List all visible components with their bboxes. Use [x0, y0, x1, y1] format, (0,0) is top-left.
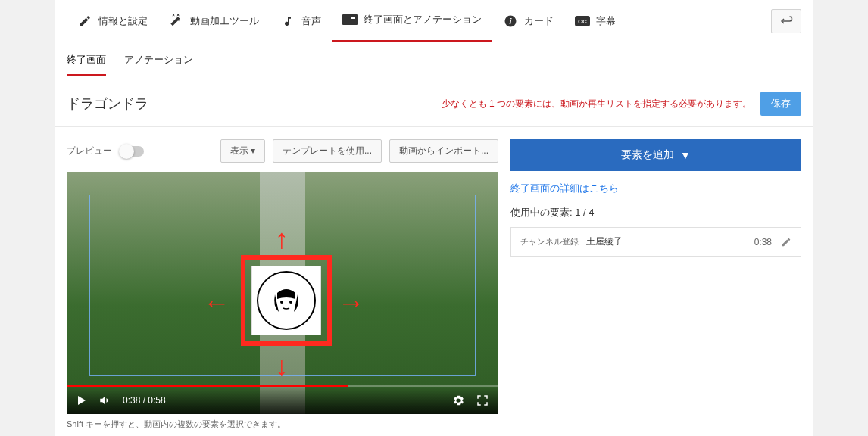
- wand-icon: [169, 14, 184, 29]
- channel-avatar: [257, 271, 316, 330]
- edit-pencil-icon[interactable]: [781, 237, 792, 248]
- video-controls: 0:38 / 0:58: [67, 387, 498, 414]
- tab-subtitles[interactable]: CC 字幕: [564, 0, 626, 42]
- svg-text:CC: CC: [578, 18, 587, 25]
- volume-icon[interactable]: [98, 394, 112, 407]
- endscreen-icon: [342, 12, 358, 27]
- svg-rect-1: [351, 17, 355, 19]
- tab-info[interactable]: 情報と設定: [67, 0, 158, 42]
- details-link[interactable]: 終了画面の詳細はこちら: [510, 182, 801, 195]
- tab-cards[interactable]: i カード: [492, 0, 564, 42]
- import-button[interactable]: 動画からインポート...: [389, 139, 498, 163]
- play-icon[interactable]: [76, 394, 88, 406]
- element-name: 土屋綾子: [586, 235, 754, 248]
- caret-down-icon: ▼: [680, 149, 691, 161]
- save-button[interactable]: 保存: [760, 92, 801, 116]
- back-button[interactable]: [771, 9, 801, 33]
- tab-cards-label: カード: [524, 14, 554, 28]
- svg-point-7: [280, 301, 283, 304]
- preview-toggle[interactable]: [120, 146, 144, 157]
- settings-gear-icon[interactable]: [451, 394, 465, 407]
- music-note-icon: [280, 14, 295, 29]
- add-element-label: 要素を追加: [621, 148, 674, 162]
- sub-tab-endscreen[interactable]: 終了画面: [67, 53, 106, 76]
- show-button-label: 表示: [230, 145, 248, 156]
- preview-label: プレビュー: [67, 145, 112, 157]
- top-tabs: 情報と設定 動画加工ツール 音声 終了画面とアノテーション i カード CC 字…: [55, 0, 813, 42]
- template-button[interactable]: テンプレートを使用...: [273, 139, 382, 163]
- svg-point-6: [265, 279, 308, 322]
- sub-tabs: 終了画面 アノテーション: [55, 42, 813, 76]
- tab-enhance[interactable]: 動画加工ツール: [158, 0, 270, 42]
- arrow-left-icon: ←: [203, 287, 230, 319]
- pencil-icon: [77, 14, 92, 29]
- endscreen-element[interactable]: [241, 255, 332, 346]
- usage-label: 使用中の要素:: [510, 207, 573, 218]
- fullscreen-icon[interactable]: [476, 394, 489, 407]
- video-preview[interactable]: ↑ ↓ ← → 0:38 / 0:58: [67, 172, 498, 414]
- return-arrow-icon: [779, 16, 793, 26]
- sub-tab-annotation[interactable]: アノテーション: [124, 53, 193, 76]
- element-time: 0:38: [754, 237, 772, 248]
- element-tag: チャンネル登録: [520, 236, 579, 248]
- svg-rect-0: [342, 14, 358, 25]
- tab-subtitles-label: 字幕: [596, 14, 616, 28]
- hint-text: Shift キーを押すと、動画内の複数の要素を選択できます。: [67, 419, 498, 430]
- tab-endscreen[interactable]: 終了画面とアノテーション: [332, 0, 492, 42]
- player-time: 0:38 / 0:58: [123, 395, 166, 406]
- tab-info-label: 情報と設定: [98, 14, 148, 28]
- video-title: ドラゴンドラ: [67, 95, 148, 113]
- info-circle-icon: i: [503, 14, 518, 29]
- warning-text: 少なくとも 1 つの要素には、動画か再生リストを指定する必要があります。: [442, 98, 751, 111]
- cc-icon: CC: [575, 14, 590, 29]
- usage-value: 1 / 4: [575, 207, 594, 218]
- caret-down-icon: ▾: [251, 145, 255, 156]
- element-inner: [251, 266, 321, 335]
- arrow-down-icon: ↓: [275, 350, 289, 382]
- tab-audio[interactable]: 音声: [270, 0, 332, 42]
- arrow-up-icon: ↑: [275, 223, 289, 255]
- tab-enhance-label: 動画加工ツール: [190, 14, 259, 28]
- element-list-item[interactable]: チャンネル登録 土屋綾子 0:38: [510, 227, 801, 257]
- show-button[interactable]: 表示 ▾: [220, 139, 265, 163]
- tab-audio-label: 音声: [301, 14, 321, 28]
- add-element-button[interactable]: 要素を追加 ▼: [510, 139, 801, 171]
- usage-count: 使用中の要素: 1 / 4: [510, 206, 801, 220]
- tab-endscreen-label: 終了画面とアノテーション: [364, 13, 482, 26]
- arrow-right-icon: →: [338, 287, 365, 319]
- svg-point-8: [289, 301, 292, 304]
